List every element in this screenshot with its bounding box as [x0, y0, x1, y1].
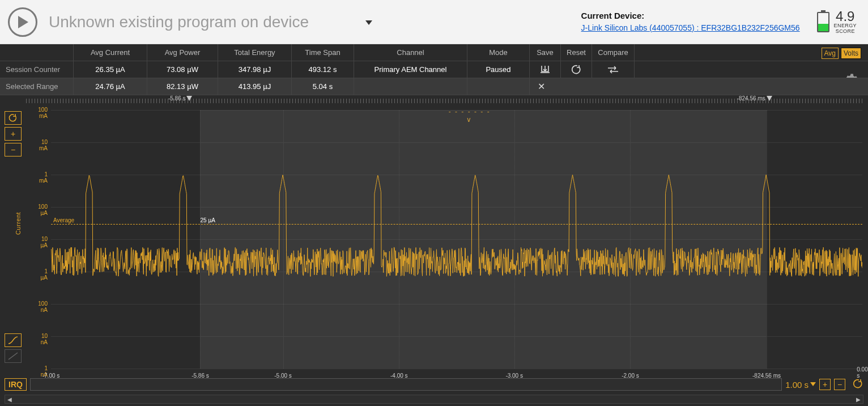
energy-profiler-panel: Avg Volts Avg Current Avg Power Total En… — [0, 44, 868, 406]
bottom-controls: IRQ 1.00 s + − — [5, 377, 863, 392]
y-tick: 1µA — [27, 268, 48, 281]
col-channel: Channel — [354, 44, 467, 61]
session-counter-row: Session Counter 26.35 µA 73.08 µW 347.98… — [0, 61, 868, 78]
scroll-right-button[interactable]: ▶ — [854, 395, 863, 403]
row-session-label: Session Counter — [0, 61, 74, 78]
col-save: Save — [530, 44, 561, 61]
session-avg-current: 26.35 µA — [74, 61, 147, 78]
selected-avg-current: 24.76 µA — [74, 78, 147, 95]
stats-header-row: Avg Current Avg Power Total Energy Time … — [0, 44, 868, 61]
col-avg-current: Avg Current — [74, 44, 147, 61]
session-time-span: 493.12 s — [292, 61, 354, 78]
waveform — [51, 110, 862, 369]
svg-marker-1 — [365, 20, 372, 25]
save-button[interactable] — [530, 61, 561, 78]
reset-button[interactable] — [561, 61, 592, 78]
col-total-energy: Total Energy — [218, 44, 292, 61]
y-zoom-in-button[interactable]: + — [5, 127, 22, 141]
row-selected-label: Selected Range — [0, 78, 74, 95]
svg-marker-2 — [186, 96, 192, 101]
y-tick: 100mA — [27, 107, 48, 119]
col-compare: Compare — [592, 44, 635, 61]
session-mode: Paused — [467, 61, 530, 78]
battery-icon — [817, 12, 829, 32]
scroll-left-button[interactable]: ◀ — [5, 395, 14, 403]
current-device-link[interactable]: J-Link Silicon Labs (440057055) : EFR32B… — [581, 23, 800, 32]
irq-label[interactable]: IRQ — [5, 378, 27, 391]
ruler-marker-right[interactable]: -824.56 ms — [737, 95, 772, 102]
close-selection-button[interactable]: ✕ — [530, 81, 552, 92]
session-avg-power: 73.08 µW — [147, 61, 218, 78]
y-zoom-out-button[interactable]: − — [5, 143, 22, 157]
horizontal-scrollbar[interactable]: ◀ ▶ — [5, 395, 863, 404]
y-tick: 10µA — [27, 236, 48, 248]
timebase-selector[interactable]: 1.00 s — [785, 380, 816, 390]
y-tick: 100nA — [27, 301, 48, 313]
play-button[interactable] — [8, 7, 37, 37]
compare-button[interactable] — [592, 61, 635, 78]
scale-controls — [5, 333, 22, 363]
linear-scale-button[interactable] — [5, 349, 22, 363]
timebase-zoom-in-button[interactable]: + — [819, 379, 831, 390]
y-axis-label: Current — [15, 212, 22, 235]
current-device-label: Current Device: — [581, 10, 800, 22]
timebase-zoom-out-button[interactable]: − — [834, 379, 845, 390]
time-ruler[interactable]: -5.86 s -824.56 ms — [26, 95, 862, 107]
current-chart[interactable]: - - - - - - -∨ 100mA10mA1mA100µA10µA1µA1… — [51, 110, 862, 369]
energy-score-block: 4.9 ENERGY SCORE — [817, 10, 857, 35]
y-reset-button[interactable] — [5, 111, 22, 125]
y-tick: 10nA — [27, 333, 48, 345]
top-bar: Unknown existing program on device Curre… — [0, 0, 868, 44]
session-channel: Primary AEM Channel — [354, 61, 467, 78]
y-tick: 1mA — [27, 171, 48, 184]
stats-table: Avg Current Avg Power Total Energy Time … — [0, 44, 868, 95]
selected-time-span: 5.04 s — [292, 78, 354, 95]
energy-score-value: 4.9 — [836, 10, 854, 23]
current-device-block: Current Device: J-Link Silicon Labs (440… — [581, 10, 800, 34]
y-tick: 10mA — [27, 139, 48, 151]
selected-range-row: Selected Range 24.76 µA 82.13 µW 413.95 … — [0, 78, 868, 95]
ruler-marker-left[interactable]: -5.86 s — [168, 95, 193, 102]
y-axis-controls: + − — [5, 111, 22, 157]
selected-total-energy: 413.95 µJ — [218, 78, 292, 95]
col-mode: Mode — [467, 44, 530, 61]
col-avg-power: Avg Power — [147, 44, 218, 61]
svg-marker-4 — [810, 382, 816, 386]
timebase-loop-button[interactable] — [852, 379, 863, 391]
irq-track[interactable] — [30, 378, 782, 391]
col-time-span: Time Span — [292, 44, 354, 61]
session-total-energy: 347.98 µJ — [218, 61, 292, 78]
y-tick: 100µA — [27, 204, 48, 216]
col-reset: Reset — [561, 44, 592, 61]
svg-marker-3 — [767, 96, 772, 101]
svg-marker-0 — [18, 16, 28, 28]
program-title: Unknown existing program on device — [49, 13, 309, 31]
program-dropdown[interactable] — [365, 17, 372, 27]
log-scale-button[interactable] — [5, 333, 22, 347]
selected-avg-power: 82.13 µW — [147, 78, 218, 95]
energy-score-label2: SCORE — [836, 29, 855, 35]
